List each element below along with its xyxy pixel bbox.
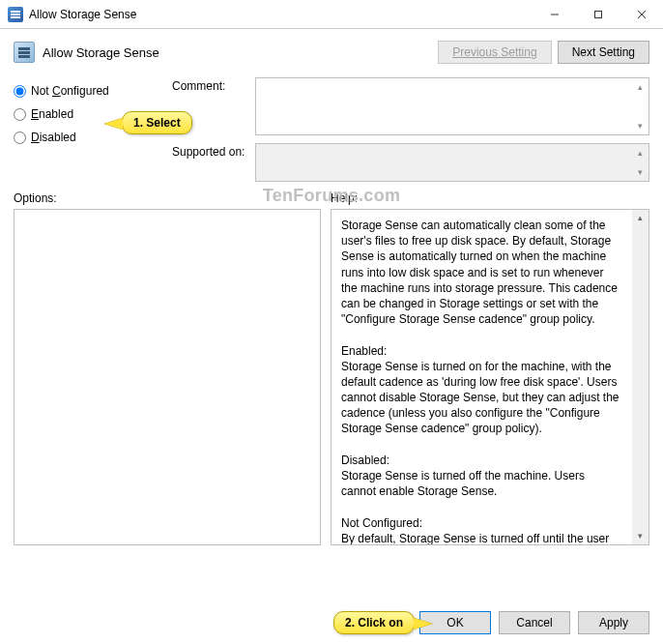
radio-not-configured-input[interactable]: [14, 85, 26, 98]
radio-enabled-input[interactable]: [14, 108, 26, 121]
minimize-button[interactable]: [533, 0, 576, 28]
callout-click: 2. Click on: [333, 611, 415, 634]
help-label: Help:: [331, 191, 649, 205]
help-h3: Disabled:: [341, 454, 389, 467]
window-controls: [533, 0, 663, 28]
svg-rect-1: [594, 11, 601, 17]
supported-label: Supported on:: [172, 143, 251, 182]
toolbar: Allow Storage Sense Previous Setting Nex…: [0, 29, 663, 70]
help-box: Storage Sense can automatically clean so…: [331, 209, 649, 545]
help-p1: Storage Sense can automatically clean so…: [341, 219, 620, 326]
help-scrollbar[interactable]: ▴ ▾: [632, 210, 649, 544]
options-box: [14, 209, 321, 545]
app-icon: [8, 7, 23, 22]
help-column: Help: Storage Sense can automatically cl…: [331, 191, 649, 545]
callout-arrow-icon: [104, 118, 123, 130]
radio-disabled-label: Disabled: [31, 131, 76, 144]
policy-icon: [14, 42, 35, 63]
options-label: Options:: [14, 191, 321, 205]
fields: Comment: ▴ ▾ Supported on: ▴ ▾: [172, 77, 649, 182]
radio-not-configured[interactable]: Not Configured: [14, 79, 166, 102]
scroll-down-icon[interactable]: ▾: [632, 118, 648, 133]
options-column: Options:: [14, 191, 321, 545]
next-setting-button[interactable]: Next Setting: [558, 41, 649, 64]
footer: OK Cancel Apply: [0, 601, 663, 644]
help-p3: Storage Sense is turned off the machine.…: [341, 469, 588, 498]
policy-title: Allow Storage Sense: [43, 45, 159, 60]
scroll-up-icon[interactable]: ▴: [632, 79, 648, 95]
radio-enabled-label: Enabled: [31, 107, 73, 121]
help-p4: By default, Storage Sense is turned off …: [341, 532, 615, 545]
scroll-up-icon: ▴: [632, 145, 648, 161]
comment-textarea[interactable]: ▴ ▾: [255, 77, 649, 135]
scroll-down-icon[interactable]: ▾: [632, 528, 649, 544]
scroll-down-icon: ▾: [632, 164, 648, 180]
radio-not-configured-label: Not Configured: [31, 84, 109, 98]
radio-disabled-input[interactable]: [14, 132, 26, 144]
callout-click-text: 2. Click on: [345, 616, 403, 629]
nav-buttons: Previous Setting Next Setting: [438, 41, 649, 64]
maximize-button[interactable]: [576, 0, 620, 28]
window-title: Allow Storage Sense: [29, 8, 136, 21]
settings-upper: Not Configured Enabled Disabled Comment:…: [0, 70, 663, 186]
scroll-up-icon[interactable]: ▴: [632, 210, 649, 226]
columns: Options: Help: Storage Sense can automat…: [0, 186, 663, 545]
supported-textarea: ▴ ▾: [255, 143, 649, 182]
supported-scrollbar: ▴ ▾: [632, 145, 648, 180]
supported-row: Supported on: ▴ ▾: [172, 143, 649, 182]
apply-button[interactable]: Apply: [578, 611, 649, 634]
callout-select-text: 1. Select: [133, 116, 181, 130]
comment-row: Comment: ▴ ▾: [172, 77, 649, 135]
cancel-button[interactable]: Cancel: [499, 611, 570, 634]
close-button[interactable]: [620, 0, 663, 28]
comment-scrollbar[interactable]: ▴ ▾: [632, 79, 648, 133]
help-h4: Not Configured:: [341, 516, 422, 530]
help-h2: Enabled:: [341, 344, 387, 358]
callout-arrow-icon: [414, 618, 432, 629]
callout-select: 1. Select: [122, 111, 192, 134]
help-content: Storage Sense can automatically clean so…: [341, 218, 639, 545]
previous-setting-button: Previous Setting: [438, 41, 551, 64]
help-p2: Storage Sense is turned on for the machi…: [341, 360, 622, 436]
titlebar: Allow Storage Sense: [0, 0, 663, 29]
